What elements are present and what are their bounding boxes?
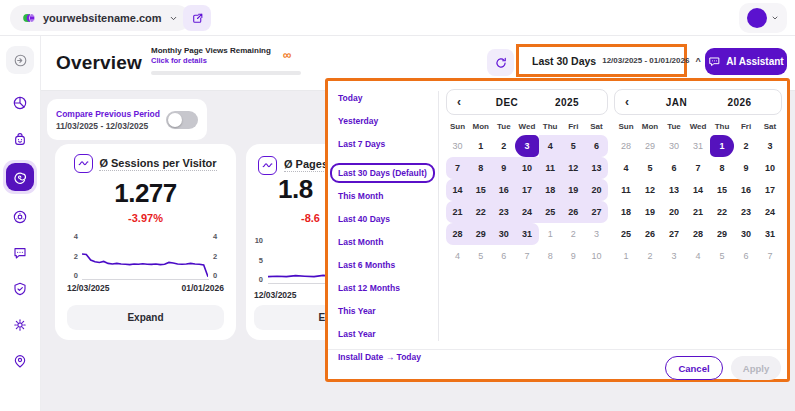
calendar-day[interactable]: 7 bbox=[758, 245, 782, 267]
quota-details-link[interactable]: Click for details bbox=[151, 56, 303, 65]
calendar-month-button[interactable]: DEC bbox=[477, 97, 537, 108]
calendar-day[interactable]: 1 bbox=[539, 223, 562, 245]
calendar-day[interactable]: 3 bbox=[515, 135, 538, 157]
cancel-button[interactable]: Cancel bbox=[665, 356, 723, 380]
open-external-button[interactable] bbox=[183, 5, 211, 31]
apply-button[interactable]: Apply bbox=[731, 356, 781, 380]
calendar-day[interactable]: 5 bbox=[638, 157, 662, 179]
calendar-day[interactable]: 13 bbox=[662, 179, 686, 201]
quick-option-last-7-days[interactable]: Last 7 Days bbox=[338, 139, 438, 149]
website-selector[interactable]: yourwebsitename.com bbox=[10, 5, 190, 31]
ai-assistant-button[interactable]: AI Assistant bbox=[705, 48, 787, 75]
calendar-day[interactable]: 4 bbox=[539, 135, 562, 157]
expand-button[interactable]: Expand bbox=[67, 305, 224, 330]
calendar-day[interactable]: 26 bbox=[638, 223, 662, 245]
calendar-day[interactable]: 16 bbox=[734, 179, 758, 201]
quick-option-this-month[interactable]: This Month bbox=[338, 191, 438, 201]
calendar-day[interactable]: 24 bbox=[515, 201, 538, 223]
calendar-day[interactable]: 7 bbox=[515, 245, 538, 267]
quick-option-last-30-days-default[interactable]: Last 30 Days (Default) bbox=[330, 163, 435, 183]
calendar-day[interactable]: 31 bbox=[515, 223, 538, 245]
sidebar-item-privacy[interactable] bbox=[7, 276, 33, 302]
calendar-day[interactable]: 2 bbox=[638, 245, 662, 267]
compare-toggle[interactable] bbox=[166, 111, 198, 129]
calendar-day[interactable]: 8 bbox=[539, 245, 562, 267]
calendar-day[interactable]: 2 bbox=[492, 135, 515, 157]
calendar-day[interactable]: 6 bbox=[734, 245, 758, 267]
calendar-day[interactable]: 28 bbox=[446, 223, 469, 245]
sidebar-item-settings[interactable] bbox=[7, 312, 33, 338]
calendar-day[interactable]: 17 bbox=[515, 179, 538, 201]
calendar-day[interactable]: 10 bbox=[585, 245, 608, 267]
calendar-day[interactable]: 1 bbox=[710, 135, 734, 157]
calendar-day[interactable]: 4 bbox=[686, 245, 710, 267]
calendar-day[interactable]: 26 bbox=[562, 201, 585, 223]
calendar-year-button[interactable]: 2025 bbox=[537, 97, 597, 108]
calendar-day[interactable]: 25 bbox=[614, 223, 638, 245]
calendar-day[interactable]: 21 bbox=[686, 201, 710, 223]
calendar-day[interactable]: 19 bbox=[562, 179, 585, 201]
calendar-day[interactable]: 21 bbox=[446, 201, 469, 223]
calendar-day[interactable]: 9 bbox=[492, 157, 515, 179]
calendar-day[interactable]: 2 bbox=[562, 223, 585, 245]
calendar-day[interactable]: 12 bbox=[562, 157, 585, 179]
calendar-day[interactable]: 16 bbox=[492, 179, 515, 201]
sidebar-item-communication[interactable] bbox=[7, 240, 33, 266]
calendar-day[interactable]: 25 bbox=[539, 201, 562, 223]
calendar-day[interactable]: 10 bbox=[515, 157, 538, 179]
calendar-day[interactable]: 5 bbox=[469, 245, 492, 267]
calendar-day[interactable]: 31 bbox=[758, 223, 782, 245]
calendar-day[interactable]: 3 bbox=[585, 223, 608, 245]
quick-option-yesterday[interactable]: Yesterday bbox=[338, 116, 438, 126]
calendar-day[interactable]: 23 bbox=[492, 201, 515, 223]
calendar-day[interactable]: 24 bbox=[758, 201, 782, 223]
calendar-day[interactable]: 22 bbox=[469, 201, 492, 223]
calendar-day[interactable]: 23 bbox=[734, 201, 758, 223]
calendar-day[interactable]: 9 bbox=[734, 157, 758, 179]
sidebar-item-behavior[interactable] bbox=[3, 160, 37, 194]
calendar-day[interactable]: 30 bbox=[734, 223, 758, 245]
calendar-day[interactable]: 29 bbox=[638, 135, 662, 157]
calendar-day[interactable]: 15 bbox=[469, 179, 492, 201]
calendar-day[interactable]: 5 bbox=[562, 135, 585, 157]
chevron-left-icon[interactable]: ‹ bbox=[457, 95, 477, 109]
sidebar-item-visitors[interactable] bbox=[7, 126, 33, 152]
calendar-day[interactable]: 2 bbox=[734, 135, 758, 157]
calendar-day[interactable]: 29 bbox=[710, 223, 734, 245]
calendar-day[interactable]: 19 bbox=[638, 201, 662, 223]
daterange-selector[interactable]: Last 30 Days 12/03/2025 - 01/01/2026 ^ bbox=[516, 44, 687, 77]
calendar-day[interactable]: 31 bbox=[686, 135, 710, 157]
card-title[interactable]: Ø Pages bbox=[284, 158, 328, 172]
calendar-day[interactable]: 28 bbox=[614, 135, 638, 157]
calendar-day[interactable]: 17 bbox=[758, 179, 782, 201]
calendar-day[interactable]: 4 bbox=[614, 157, 638, 179]
calendar-day[interactable]: 27 bbox=[585, 201, 608, 223]
quick-option-last-month[interactable]: Last Month bbox=[338, 237, 438, 247]
calendar-day[interactable]: 30 bbox=[492, 223, 515, 245]
sidebar-item-companies[interactable] bbox=[7, 204, 33, 230]
calendar-day[interactable]: 3 bbox=[662, 245, 686, 267]
calendar-day[interactable]: 18 bbox=[539, 179, 562, 201]
calendar-day[interactable]: 8 bbox=[710, 157, 734, 179]
calendar-day[interactable]: 4 bbox=[446, 245, 469, 267]
calendar-day[interactable]: 14 bbox=[686, 179, 710, 201]
calendar-day[interactable]: 10 bbox=[758, 157, 782, 179]
calendar-day[interactable]: 1 bbox=[614, 245, 638, 267]
calendar-day[interactable]: 14 bbox=[446, 179, 469, 201]
chevron-left-icon[interactable]: ‹ bbox=[625, 95, 645, 109]
calendar-day[interactable]: 7 bbox=[446, 157, 469, 179]
calendar-day[interactable]: 11 bbox=[614, 179, 638, 201]
calendar-day[interactable]: 15 bbox=[710, 179, 734, 201]
quick-option-last-6-months[interactable]: Last 6 Months bbox=[338, 260, 438, 270]
calendar-day[interactable]: 20 bbox=[662, 201, 686, 223]
calendar-day[interactable]: 6 bbox=[492, 245, 515, 267]
calendar-day[interactable]: 9 bbox=[562, 245, 585, 267]
calendar-day[interactable]: 13 bbox=[585, 157, 608, 179]
calendar-day[interactable]: 22 bbox=[710, 201, 734, 223]
quick-option-last-12-months[interactable]: Last 12 Months bbox=[338, 283, 438, 293]
sidebar-item-support[interactable] bbox=[7, 348, 33, 374]
refresh-button[interactable] bbox=[487, 49, 514, 76]
calendar-month-button[interactable]: JAN bbox=[645, 97, 708, 108]
quick-option-today[interactable]: Today bbox=[338, 93, 438, 103]
calendar-day[interactable]: 11 bbox=[539, 157, 562, 179]
